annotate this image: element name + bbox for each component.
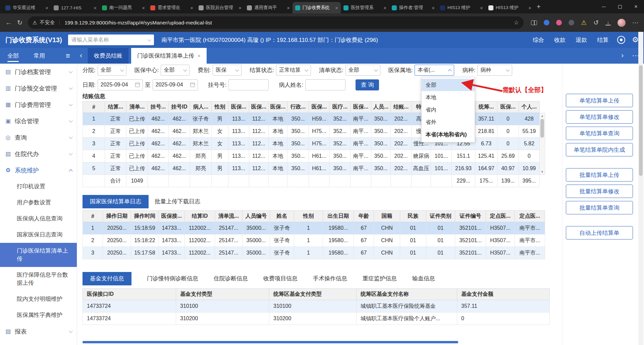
- tab-close-icon[interactable]: ×: [190, 5, 193, 11]
- section-tab[interactable]: 手术操作信息: [313, 272, 347, 285]
- filter-select[interactable]: 本省(...: [415, 65, 454, 76]
- menu-filter-tab[interactable]: 常用: [34, 48, 45, 64]
- dropdown-option[interactable]: 本省(本地和省内): [422, 128, 475, 141]
- scroll-down-icon[interactable]: ▼: [541, 170, 544, 174]
- section-tab[interactable]: 住院诊断信息: [214, 272, 248, 285]
- menu-filter-tab[interactable]: 全部: [7, 48, 19, 64]
- browser-tab[interactable]: 操作者:管理×: [389, 2, 437, 13]
- sidebar-subitem[interactable]: 医保病人信息查询: [0, 211, 77, 227]
- action-button[interactable]: 单笔结算单修改: [566, 110, 633, 124]
- browser-tab[interactable]: 华安星运维×: [3, 2, 51, 13]
- workspace-tab[interactable]: 门诊医保结算清单上传×: [131, 48, 207, 64]
- sidebar-subitem[interactable]: 院内支付明细维护: [0, 291, 77, 307]
- profile-avatar[interactable]: [618, 19, 626, 27]
- header-nav-link[interactable]: 结算: [597, 36, 608, 44]
- sidebar-subitem[interactable]: 医疗保障信息平台数据上传: [0, 267, 77, 291]
- sidebar-item[interactable]: ▥门诊预交金管理: [0, 80, 77, 96]
- date-from-input[interactable]: 2025-09-04: [98, 79, 143, 90]
- browser-tab[interactable]: 医院后台管理×: [196, 2, 244, 13]
- action-button[interactable]: 单笔结算单上传: [566, 94, 633, 107]
- sidebar-item[interactable]: ▤门诊档案管理: [0, 64, 77, 80]
- dropdown-option[interactable]: 全部: [422, 79, 475, 91]
- tab-close-icon[interactable]: ×: [335, 5, 338, 11]
- action-button[interactable]: 自动上传结算单: [566, 226, 633, 239]
- table-row[interactable]: 14733724310100310100城镇职工基本医疗保险统筹基金357.11: [83, 300, 550, 313]
- extension-icon-blue[interactable]: [544, 20, 549, 25]
- table-row[interactable]: 4正常已上传462...462...郑亮男113...112...本地350..…: [83, 150, 540, 162]
- sidebar-subitem[interactable]: 国家医保日志查询: [0, 227, 77, 243]
- collapse-menu-icon[interactable]: ≡: [66, 48, 70, 64]
- split-screen-icon[interactable]: [531, 20, 537, 25]
- action-button[interactable]: 单笔结算单院内生成: [566, 143, 633, 156]
- sidebar-subitem[interactable]: 用户参数设置: [0, 195, 77, 211]
- filter-select[interactable]: 全部: [161, 65, 190, 76]
- table-row[interactable]: 14733724310200310200城镇职工基本医疗保险个人账户...0: [83, 313, 550, 325]
- tab-close-icon[interactable]: ×: [45, 5, 48, 11]
- action-button[interactable]: 批量结算单查询: [566, 201, 633, 214]
- tab-close-icon[interactable]: ×: [198, 53, 201, 59]
- browser-tab[interactable]: 南一问题黑×: [99, 2, 148, 13]
- date-to-input[interactable]: 2025-09-04: [153, 79, 198, 90]
- scroll-right-icon[interactable]: ›: [621, 48, 624, 63]
- header-nav-link[interactable]: 综合: [533, 36, 544, 44]
- section-tab[interactable]: 收费项目信息: [263, 272, 298, 285]
- close-window-button[interactable]: ×: [628, 0, 644, 13]
- workspace-tab[interactable]: 收费员结账: [88, 48, 128, 64]
- table-row[interactable]: 5正常已上传462...462...郑亮男113...112...本地350..…: [83, 162, 540, 175]
- header-nav-link[interactable]: 收款: [554, 36, 566, 44]
- table-row[interactable]: 320250...15:17:5814733...112002...25147.…: [83, 247, 545, 259]
- extension-icon-dark[interactable]: [569, 20, 574, 25]
- sidebar-subitem[interactable]: 打印机设置: [0, 179, 77, 195]
- section-tab[interactable]: 重症监护信息: [363, 272, 397, 285]
- browser-tab[interactable]: 医技管理系×: [341, 2, 389, 13]
- browser-tab[interactable]: 需求管理在×: [148, 2, 196, 13]
- alert-triangle-icon[interactable]: ⚠: [581, 19, 587, 26]
- section-tab[interactable]: 国家医保结算单日志: [83, 195, 149, 208]
- tab-close-icon[interactable]: ×: [432, 5, 435, 11]
- sidebar-item[interactable]: ▧住院代办: [0, 146, 77, 162]
- action-button[interactable]: 批量结算单修改: [566, 185, 633, 198]
- search-button[interactable]: 查 询: [356, 79, 379, 90]
- filter-select[interactable]: 全部: [345, 65, 380, 76]
- scroll-up-icon[interactable]: ▲: [541, 114, 544, 118]
- settle-table-scrollbar[interactable]: ▲ ▼: [539, 113, 545, 175]
- more-menu-icon[interactable]: ⋯: [632, 19, 639, 26]
- profile-circle-icon[interactable]: [617, 36, 625, 44]
- section-tab[interactable]: 门诊慢特病诊断信息: [147, 272, 198, 285]
- tab-close-icon[interactable]: ×: [287, 5, 290, 11]
- sidebar-item[interactable]: ⚙系统维护: [0, 162, 77, 179]
- menu-search-input[interactable]: 请输入菜单名称: [68, 34, 154, 45]
- sidebar-item[interactable]: ▦门诊费用管理: [0, 96, 77, 113]
- filter-select[interactable]: 医保: [213, 65, 241, 76]
- sidebar-subitem[interactable]: 医保属性字典维护: [0, 307, 77, 323]
- browser-tab[interactable]: 127.7-HIS×: [51, 2, 99, 13]
- new-tab-button[interactable]: +: [537, 2, 541, 11]
- tab-close-icon[interactable]: ×: [238, 5, 241, 11]
- history-icon[interactable]: ↺: [593, 19, 599, 26]
- sidebar-item[interactable]: ◎查询: [0, 129, 77, 146]
- section-tab[interactable]: 基金支付信息: [83, 272, 131, 285]
- tab-close-icon[interactable]: ×: [480, 5, 483, 11]
- table-row[interactable]: 合计1049229...175...139...395...: [83, 175, 540, 187]
- regno-input[interactable]: [228, 79, 269, 90]
- browser-tab[interactable]: 通用查询平×: [244, 2, 292, 13]
- refresh-icon[interactable]: ↻: [17, 19, 22, 26]
- dropdown-option[interactable]: 本地: [422, 91, 475, 104]
- tab-close-icon[interactable]: ×: [383, 5, 386, 11]
- section-tab[interactable]: 输血信息: [412, 272, 435, 285]
- tab-close-icon[interactable]: ×: [528, 5, 531, 11]
- bookmark-star-icon[interactable]: ☆: [514, 19, 519, 26]
- filter-select[interactable]: 病种: [477, 65, 512, 76]
- tab-close-icon[interactable]: ×: [94, 5, 97, 11]
- sidebar-subitem[interactable]: 门诊医保结算清单上传: [0, 243, 77, 267]
- maximize-button[interactable]: [612, 0, 628, 13]
- page-scroll-thumb[interactable]: [639, 65, 643, 176]
- filter-select[interactable]: 正常结算: [276, 65, 311, 76]
- header-nav-link[interactable]: 退款: [576, 36, 587, 44]
- horizontal-scrollbar[interactable]: [83, 341, 458, 343]
- scroll-thumb[interactable]: [540, 119, 544, 138]
- dropdown-option[interactable]: 省内: [422, 104, 475, 116]
- section-tab[interactable]: 批量上传下载日志: [155, 195, 200, 208]
- patient-name-input[interactable]: [305, 79, 345, 90]
- action-button[interactable]: 单笔结算单查询: [566, 127, 633, 140]
